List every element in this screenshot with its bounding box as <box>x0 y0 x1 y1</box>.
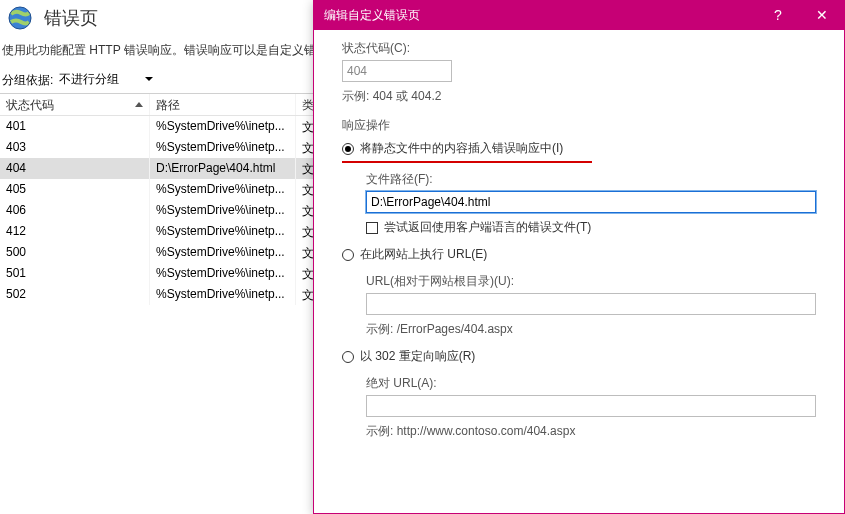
grouping-select-value: 不进行分组 <box>59 71 119 88</box>
status-code-hint: 示例: 404 或 404.2 <box>342 88 816 105</box>
absolute-url-input[interactable] <box>366 395 816 417</box>
file-path-input[interactable] <box>366 191 816 213</box>
cell-path: %SystemDrive%\inetp... <box>150 116 296 137</box>
grouping-select[interactable]: 不进行分组 <box>57 71 157 89</box>
status-code-label: 状态代码(C): <box>342 40 816 57</box>
cell-status: 501 <box>0 263 150 284</box>
cell-status: 405 <box>0 179 150 200</box>
cell-path: %SystemDrive%\inetp... <box>150 137 296 158</box>
sort-caret-icon <box>135 102 143 107</box>
try-localized-label: 尝试返回使用客户端语言的错误文件(T) <box>384 219 591 236</box>
cell-status: 500 <box>0 242 150 263</box>
cell-path: %SystemDrive%\inetp... <box>150 179 296 200</box>
dialog-title: 编辑自定义错误页 <box>324 7 756 24</box>
radio-execute-url-label: 在此网站上执行 URL(E) <box>360 246 487 263</box>
cell-status: 403 <box>0 137 150 158</box>
cell-path: D:\ErrorPage\404.html <box>150 158 296 179</box>
file-path-label: 文件路径(F): <box>366 171 816 188</box>
radio-redirect-302-label: 以 302 重定向响应(R) <box>360 348 475 365</box>
cell-path: %SystemDrive%\inetp... <box>150 200 296 221</box>
status-code-input[interactable] <box>342 60 452 82</box>
checkbox-icon <box>366 222 378 234</box>
globe-icon <box>6 4 34 32</box>
cell-path: %SystemDrive%\inetp... <box>150 263 296 284</box>
cell-path: %SystemDrive%\inetp... <box>150 221 296 242</box>
radio-icon <box>342 143 354 155</box>
annotation-underline <box>342 161 592 163</box>
radio-icon <box>342 249 354 261</box>
grouping-label: 分组依据: <box>2 72 53 89</box>
radio-static-file[interactable]: 将静态文件中的内容插入错误响应中(I) <box>342 140 816 157</box>
cell-status: 502 <box>0 284 150 305</box>
relative-url-input[interactable] <box>366 293 816 315</box>
column-header-path[interactable]: 路径 <box>150 94 296 115</box>
try-localized-checkbox[interactable]: 尝试返回使用客户端语言的错误文件(T) <box>366 219 816 236</box>
response-action-label: 响应操作 <box>342 117 816 134</box>
cell-status: 401 <box>0 116 150 137</box>
relative-url-hint: 示例: /ErrorPages/404.aspx <box>366 321 816 338</box>
radio-redirect-302[interactable]: 以 302 重定向响应(R) <box>342 348 816 365</box>
absolute-url-label: 绝对 URL(A): <box>366 375 816 392</box>
radio-static-file-label: 将静态文件中的内容插入错误响应中(I) <box>360 140 563 157</box>
help-button[interactable]: ? <box>756 0 800 30</box>
column-header-status[interactable]: 状态代码 <box>0 94 150 115</box>
cell-path: %SystemDrive%\inetp... <box>150 284 296 305</box>
cell-status: 404 <box>0 158 150 179</box>
radio-execute-url[interactable]: 在此网站上执行 URL(E) <box>342 246 816 263</box>
edit-error-page-dialog: 编辑自定义错误页 ? ✕ 状态代码(C): 示例: 404 或 404.2 响应… <box>313 0 845 514</box>
cell-path: %SystemDrive%\inetp... <box>150 242 296 263</box>
close-button[interactable]: ✕ <box>800 0 844 30</box>
relative-url-label: URL(相对于网站根目录)(U): <box>366 273 816 290</box>
radio-icon <box>342 351 354 363</box>
page-title: 错误页 <box>44 6 98 30</box>
cell-status: 406 <box>0 200 150 221</box>
dialog-titlebar[interactable]: 编辑自定义错误页 ? ✕ <box>314 0 844 30</box>
cell-status: 412 <box>0 221 150 242</box>
absolute-url-hint: 示例: http://www.contoso.com/404.aspx <box>366 423 816 440</box>
